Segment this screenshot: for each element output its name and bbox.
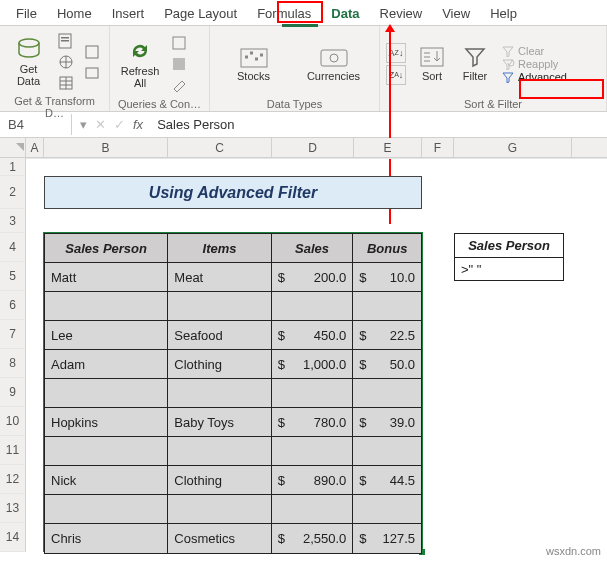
cell[interactable] — [168, 495, 271, 524]
col-B[interactable]: B — [44, 138, 168, 157]
cell[interactable]: Seafood — [168, 321, 271, 350]
cell[interactable]: Cosmetics — [168, 524, 271, 553]
cell[interactable] — [353, 495, 421, 524]
refresh-all-button[interactable]: Refresh All — [116, 33, 164, 95]
cell[interactable]: $22.5 — [353, 321, 421, 350]
from-web-icon[interactable] — [57, 53, 75, 71]
cell[interactable]: $127.5 — [353, 524, 421, 553]
tab-view[interactable]: View — [432, 3, 480, 25]
header-sales[interactable]: Sales — [272, 234, 354, 263]
row-6[interactable]: 6 — [0, 291, 26, 320]
edit-links-icon[interactable] — [170, 76, 188, 94]
cell[interactable]: $200.0 — [272, 263, 354, 292]
cell[interactable] — [168, 437, 271, 466]
tab-pagelayout[interactable]: Page Layout — [154, 3, 247, 25]
tab-help[interactable]: Help — [480, 3, 527, 25]
cell[interactable] — [168, 379, 271, 408]
cell[interactable] — [168, 292, 271, 321]
cell[interactable]: Lee — [45, 321, 168, 350]
cell[interactable]: Baby Toys — [168, 408, 271, 437]
col-E[interactable]: E — [354, 138, 422, 157]
cell[interactable]: $1,000.0 — [272, 350, 354, 379]
cell[interactable]: Chris — [45, 524, 168, 553]
row-2[interactable]: 2 — [0, 176, 26, 209]
from-table-icon[interactable] — [57, 74, 75, 92]
cell[interactable]: Clothing — [168, 350, 271, 379]
from-text-icon[interactable] — [57, 32, 75, 50]
row-4[interactable]: 4 — [0, 233, 26, 262]
header-items[interactable]: Items — [168, 234, 271, 263]
col-D[interactable]: D — [272, 138, 354, 157]
fx-icon[interactable]: fx — [133, 117, 143, 132]
row-13[interactable]: 13 — [0, 494, 26, 523]
row-5[interactable]: 5 — [0, 262, 26, 291]
stocks-button[interactable]: Stocks — [224, 33, 284, 95]
criteria-value[interactable]: >" " — [455, 258, 563, 280]
sort-button[interactable]: Sort — [413, 33, 451, 95]
cell[interactable]: Matt — [45, 263, 168, 292]
row-11[interactable]: 11 — [0, 436, 26, 465]
cell[interactable] — [45, 495, 168, 524]
cell[interactable] — [272, 379, 354, 408]
namebox-dropdown-icon[interactable]: ▾ — [80, 117, 87, 132]
row-7[interactable]: 7 — [0, 320, 26, 349]
cell[interactable] — [353, 292, 421, 321]
cell[interactable]: Hopkins — [45, 408, 168, 437]
tab-home[interactable]: Home — [47, 3, 102, 25]
cell[interactable]: $44.5 — [353, 466, 421, 495]
reapply-button[interactable]: Reapply — [499, 58, 569, 70]
row-10[interactable]: 10 — [0, 407, 26, 436]
header-bonus[interactable]: Bonus — [353, 234, 421, 263]
cell[interactable]: $10.0 — [353, 263, 421, 292]
tab-file[interactable]: File — [6, 3, 47, 25]
cell[interactable] — [353, 437, 421, 466]
cell[interactable] — [45, 379, 168, 408]
cell[interactable] — [272, 292, 354, 321]
cell[interactable]: Nick — [45, 466, 168, 495]
criteria-header[interactable]: Sales Person — [455, 234, 563, 258]
col-F[interactable]: F — [422, 138, 454, 157]
cell[interactable]: $450.0 — [272, 321, 354, 350]
currencies-button[interactable]: Currencies — [302, 33, 366, 95]
col-G[interactable]: G — [454, 138, 572, 157]
properties-icon[interactable] — [170, 55, 188, 73]
header-person[interactable]: Sales Person — [45, 234, 168, 263]
name-box[interactable]: B4 — [0, 114, 72, 135]
confirm-icon[interactable]: ✓ — [114, 117, 125, 132]
col-C[interactable]: C — [168, 138, 272, 157]
cell[interactable]: $50.0 — [353, 350, 421, 379]
queries-icon[interactable] — [170, 34, 188, 52]
row-9[interactable]: 9 — [0, 378, 26, 407]
get-data-button[interactable]: Get Data — [6, 31, 51, 93]
existing-conn-icon[interactable] — [83, 64, 101, 82]
cell[interactable] — [45, 292, 168, 321]
row-1[interactable]: 1 — [0, 158, 26, 176]
cell[interactable]: $2,550.0 — [272, 524, 354, 553]
row-3[interactable]: 3 — [0, 209, 26, 233]
row-14[interactable]: 14 — [0, 523, 26, 552]
get-data-small-buttons — [55, 30, 77, 94]
cell[interactable] — [45, 437, 168, 466]
cell[interactable]: Meat — [168, 263, 271, 292]
tab-data[interactable]: Data — [321, 3, 369, 25]
cell[interactable] — [272, 437, 354, 466]
cancel-icon[interactable]: ✕ — [95, 117, 106, 132]
cell[interactable] — [272, 495, 354, 524]
tab-review[interactable]: Review — [370, 3, 433, 25]
cell[interactable]: Adam — [45, 350, 168, 379]
cell[interactable]: $780.0 — [272, 408, 354, 437]
advanced-icon — [501, 71, 515, 83]
cell[interactable] — [353, 379, 421, 408]
cell[interactable]: $39.0 — [353, 408, 421, 437]
filter-button[interactable]: Filter — [455, 33, 495, 95]
row-12[interactable]: 12 — [0, 465, 26, 494]
row-8[interactable]: 8 — [0, 349, 26, 378]
cell[interactable]: Clothing — [168, 466, 271, 495]
select-all-corner[interactable] — [0, 138, 26, 157]
recent-sources-icon[interactable] — [83, 43, 101, 61]
formula-input[interactable]: Sales Person — [151, 114, 607, 135]
tab-insert[interactable]: Insert — [102, 3, 155, 25]
clear-button[interactable]: Clear — [499, 45, 569, 57]
col-A[interactable]: A — [26, 138, 44, 157]
cell[interactable]: $890.0 — [272, 466, 354, 495]
